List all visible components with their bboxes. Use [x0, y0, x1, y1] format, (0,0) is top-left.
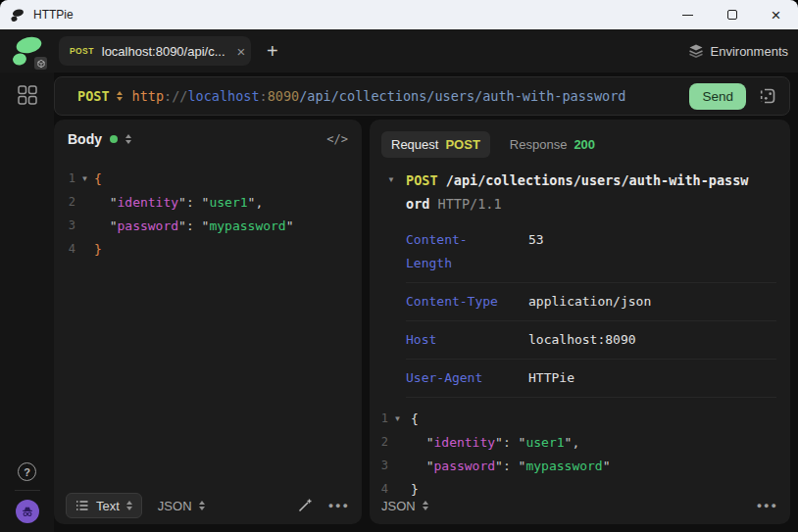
workspace-badge — [32, 55, 49, 72]
code-line: 1▼{ — [376, 407, 790, 430]
package-box-icon — [36, 59, 46, 69]
body-title: Body — [68, 131, 102, 147]
header-value: application/json — [528, 290, 651, 314]
editor-mode-select[interactable]: Text — [66, 493, 142, 518]
minimize-button[interactable] — [666, 0, 710, 29]
request-body-panel: Body </> 1▼{2 "identity": "user1",3 "pas… — [54, 120, 362, 524]
close-button[interactable]: × — [754, 0, 798, 29]
url-segment: :// — [164, 88, 187, 104]
close-icon: × — [772, 7, 781, 24]
exchange-panel-footer: JSON ●●● — [370, 487, 790, 524]
header-value: 53 — [528, 228, 544, 275]
header-name: User-Agent — [406, 366, 507, 390]
layers-icon — [688, 43, 704, 59]
fold-triangle-icon[interactable]: ▼ — [75, 174, 94, 183]
url-segment: /api/collections/users/auth-with-passwor… — [299, 88, 625, 104]
exchange-panel: Request POST Response 200 ▼ POST /api/co… — [370, 120, 790, 524]
sidebar-divider — [15, 490, 40, 491]
body-format-value: JSON — [158, 499, 192, 513]
tab-method-badge: POST — [70, 46, 94, 56]
line-number: 2 — [376, 435, 388, 449]
code-line: 4} — [64, 237, 362, 261]
titlebar: HTTPie × — [0, 0, 798, 29]
code-generation-button[interactable] — [756, 84, 779, 108]
tab-response[interactable]: Response 200 — [500, 131, 605, 158]
header-value: HTTPie — [528, 366, 574, 390]
line-number: 2 — [64, 195, 75, 209]
collections-grid-icon[interactable] — [17, 84, 38, 106]
method-select[interactable]: POST — [77, 88, 123, 104]
environments-button[interactable]: Environments — [688, 43, 788, 59]
code-text: { — [411, 411, 419, 426]
line-number: 3 — [376, 459, 388, 472]
code-text: "identity": "user1", — [411, 435, 579, 450]
editor-mode-value: Text — [96, 499, 120, 513]
httpie-window: HTTPie × POST localh — [0, 0, 798, 532]
url-segment: 8090 — [268, 88, 300, 104]
line-number: 1 — [376, 411, 388, 425]
header-name: Host — [406, 328, 507, 352]
request-protocol: HTTP/1.1 — [429, 196, 501, 212]
line-number: 4 — [64, 242, 75, 256]
header-name: Content-Type — [406, 290, 507, 314]
more-options-icon[interactable]: ●●● — [757, 501, 778, 510]
url-segment: http — [132, 88, 165, 104]
request-summary: ▼ POST /api/collections/users/auth-with-… — [370, 161, 790, 216]
maximize-icon — [727, 10, 737, 20]
viewer-format-select[interactable]: JSON — [381, 499, 428, 513]
code-text: } — [94, 242, 102, 257]
list-icon — [75, 499, 89, 512]
url-bar: POST http://localhost:8090/api/collectio… — [54, 76, 790, 116]
maximize-button[interactable] — [710, 0, 754, 29]
user-avatar[interactable] — [16, 500, 39, 523]
tab-close-icon[interactable]: × — [237, 44, 246, 59]
code-line: 3 "password": "mypassword" — [376, 454, 790, 477]
format-wand-icon[interactable] — [297, 498, 313, 513]
header-row: Content-Length53 — [406, 221, 776, 283]
help-button[interactable]: ? — [18, 462, 36, 481]
code-text: "password": "mypassword" — [94, 218, 294, 233]
line-number: 1 — [64, 171, 75, 185]
httpie-titlebar-logo-icon — [10, 8, 25, 23]
code-line: 3 "password": "mypassword" — [64, 214, 362, 237]
viewer-format-value: JSON — [381, 499, 416, 513]
tab-request[interactable]: Request POST — [381, 131, 490, 158]
body-format-select[interactable]: JSON — [158, 499, 205, 513]
code-text: "password": "mypassword" — [411, 459, 611, 473]
request-tab-label: Request — [391, 137, 438, 152]
header-row: Content-Typeapplication/json — [406, 283, 776, 321]
body-panel-header: Body </> — [54, 120, 362, 159]
chevron-updown-icon — [199, 501, 205, 511]
code-line: 2 "identity": "user1", — [64, 190, 362, 214]
fold-triangle-icon[interactable]: ▼ — [388, 414, 407, 423]
response-status-badge: 200 — [574, 137, 595, 152]
exchange-tabs: Request POST Response 200 — [370, 120, 790, 161]
chevron-updown-icon — [423, 501, 428, 511]
url-segment: : — [260, 88, 268, 104]
chevron-updown-icon[interactable] — [125, 134, 131, 145]
chevron-updown-icon — [117, 91, 123, 102]
window-title: HTTPie — [33, 8, 74, 22]
new-tab-button[interactable]: + — [267, 41, 278, 61]
body-panel-footer: Text JSON ●● — [54, 487, 362, 524]
body-status-dot — [110, 135, 118, 143]
tab-title: localhost:8090/api/c... — [102, 44, 225, 59]
request-tab[interactable]: POST localhost:8090/api/c... × — [59, 36, 251, 66]
incognito-icon — [20, 504, 35, 519]
code-line: 2 "identity": "user1", — [376, 430, 790, 454]
request-body-viewer: 1▼{2 "identity": "user1",3 "password": "… — [370, 398, 790, 487]
request-method: POST — [406, 172, 446, 188]
url-segment: localhost — [187, 88, 259, 104]
send-button[interactable]: Send — [689, 83, 746, 110]
line-number: 3 — [64, 218, 75, 232]
chevron-updown-icon — [126, 501, 132, 511]
code-view-toggle[interactable]: </> — [326, 132, 348, 146]
header-row: Hostlocalhost:8090 — [406, 321, 776, 360]
collapse-triangle-icon[interactable]: ▼ — [387, 169, 406, 216]
url-bar-row: POST http://localhost:8090/api/collectio… — [54, 73, 790, 120]
body-editor[interactable]: 1▼{2 "identity": "user1",3 "password": "… — [54, 159, 362, 487]
url-input[interactable]: http://localhost:8090/api/collections/us… — [132, 88, 680, 104]
more-options-icon[interactable]: ●●● — [328, 501, 350, 510]
httpie-logo[interactable] — [6, 32, 51, 70]
code-text: { — [94, 171, 102, 186]
